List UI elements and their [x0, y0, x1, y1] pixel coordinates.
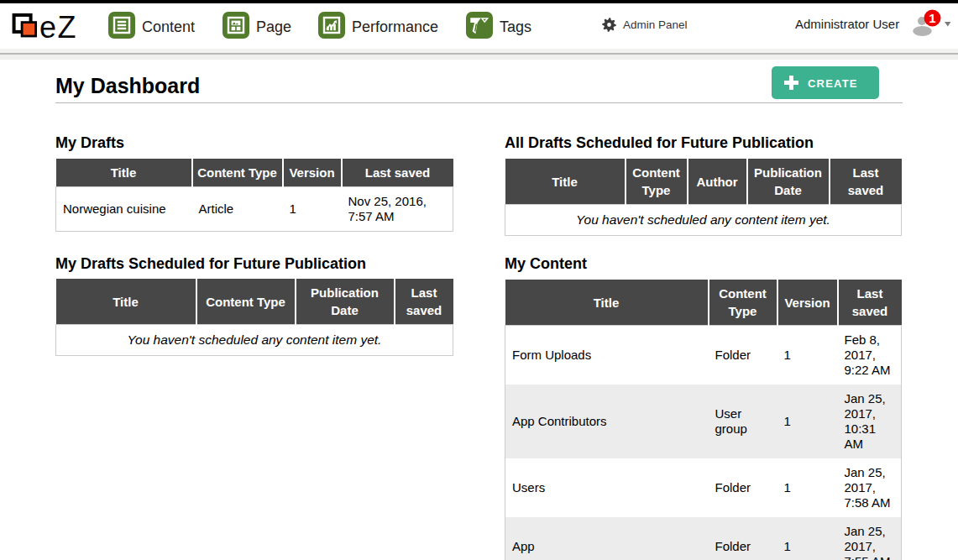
svg-text:1: 1: [929, 11, 935, 25]
